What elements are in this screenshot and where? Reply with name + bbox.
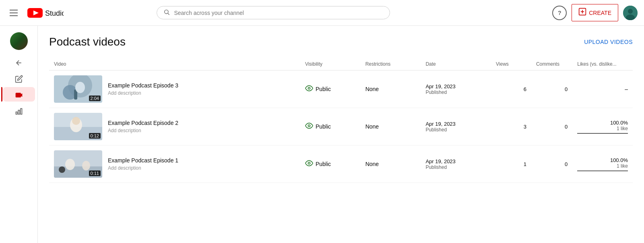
table-row: 0:12 Example Podcast Episode 2 Add descr…: [49, 108, 633, 145]
analytics-icon: [15, 107, 23, 115]
likes-bar: [577, 170, 628, 171]
col-header-restrictions: Restrictions: [361, 58, 421, 71]
video-title: Example Podcast Episode 2: [108, 120, 295, 126]
views-value: 3: [524, 124, 526, 130]
publish-status: Published: [425, 164, 486, 170]
video-table: Video Visibility Restrictions Date Views…: [49, 58, 633, 183]
publish-date: Apr 19, 2023: [425, 121, 486, 127]
avatar[interactable]: [623, 6, 638, 20]
likes-cell-wrapper: 100.0% 1 like: [572, 145, 633, 183]
svg-rect-12: [15, 93, 21, 98]
video-description[interactable]: Add description: [108, 128, 295, 133]
svg-point-33: [308, 162, 310, 164]
video-description[interactable]: Add description: [108, 90, 295, 96]
svg-rect-15: [18, 110, 19, 114]
comments-cell: 0: [531, 71, 572, 108]
svg-point-32: [59, 166, 65, 173]
svg-text:Studio: Studio: [45, 9, 64, 17]
video-title: Example Podcast Episode 1: [108, 157, 295, 164]
date-cell: Apr 19, 2023 Published: [421, 145, 491, 183]
svg-point-21: [75, 82, 85, 93]
views-cell: 1: [491, 145, 531, 183]
top-navigation: Studio ? CREATE: [0, 0, 644, 26]
help-button[interactable]: ?: [552, 6, 567, 20]
views-cell: 3: [491, 108, 531, 145]
video-icon: [15, 91, 23, 99]
table-row: 2:04 Example Podcast Episode 3 Add descr…: [49, 71, 633, 108]
create-plus-icon: [578, 8, 586, 18]
svg-point-3: [165, 10, 168, 14]
visibility-cell: Public: [300, 108, 361, 145]
views-cell: 6: [491, 71, 531, 108]
col-header-visibility: Visibility: [300, 58, 361, 71]
video-thumbnail: 0:11: [54, 150, 102, 178]
sidebar-item-videos[interactable]: [3, 87, 35, 102]
visibility-label: Public: [316, 86, 331, 92]
likes-cell: 100.0% 1 like: [577, 157, 628, 171]
sidebar-item-back[interactable]: [3, 55, 35, 69]
duration-badge: 0:11: [89, 170, 101, 176]
video-thumbnail: 2:04: [54, 75, 102, 103]
eye-icon: [305, 159, 313, 169]
duration-badge: 2:04: [89, 96, 101, 101]
main-content: Podcast videos UPLOAD VIDEOS Video Visib…: [38, 26, 644, 193]
visibility-label: Public: [316, 123, 331, 130]
svg-point-26: [72, 117, 80, 125]
likes-cell-wrapper: 100.0% 1 like: [572, 108, 633, 145]
likes-percentage: 100.0%: [577, 120, 628, 126]
comments-value: 0: [565, 124, 568, 130]
restrictions-cell: None: [361, 108, 421, 145]
visibility-cell: Public: [300, 145, 361, 183]
video-thumbnail: 0:12: [54, 113, 102, 140]
svg-rect-16: [21, 108, 22, 114]
duration-badge: 0:12: [89, 133, 101, 139]
likes-count: 1 like: [577, 126, 628, 131]
views-value: 1: [524, 161, 526, 167]
back-arrow-icon: [15, 59, 23, 67]
publish-status: Published: [425, 127, 486, 133]
col-header-likes: Likes (vs. dislike...: [572, 58, 633, 71]
channel-art[interactable]: [10, 32, 28, 50]
date-cell: Apr 19, 2023 Published: [421, 108, 491, 145]
logo[interactable]: Studio: [27, 6, 64, 19]
video-description[interactable]: Add description: [108, 165, 295, 171]
search-input[interactable]: [174, 10, 383, 16]
search-icon: [163, 9, 170, 17]
sidebar-item-analytics[interactable]: [3, 103, 35, 118]
svg-point-22: [308, 87, 310, 89]
video-cell[interactable]: 0:12 Example Podcast Episode 2 Add descr…: [49, 108, 300, 145]
menu-button[interactable]: [6, 6, 21, 19]
svg-point-30: [65, 159, 75, 170]
likes-percentage: 100.0%: [577, 157, 628, 163]
video-cell[interactable]: 0:11 Example Podcast Episode 1 Add descr…: [49, 145, 300, 183]
page-header: Podcast videos UPLOAD VIDEOS: [49, 35, 633, 48]
svg-point-27: [308, 125, 310, 127]
visibility-cell: Public: [300, 71, 361, 108]
likes-cell: 100.0% 1 like: [577, 120, 628, 134]
create-label: CREATE: [589, 10, 611, 16]
col-header-date: Date: [421, 58, 491, 71]
svg-rect-14: [16, 112, 17, 114]
comments-cell: 0: [531, 108, 572, 145]
table-row: 0:11 Example Podcast Episode 1 Add descr…: [49, 145, 633, 183]
upload-videos-button[interactable]: UPLOAD VIDEOS: [584, 39, 633, 45]
pencil-icon: [15, 75, 23, 83]
restrictions-cell: None: [361, 145, 421, 183]
likes-count: 1 like: [577, 163, 628, 169]
svg-point-31: [82, 161, 90, 170]
nav-right: ? CREATE: [552, 4, 638, 21]
publish-date: Apr 19, 2023: [425, 83, 486, 89]
eye-icon: [305, 84, 313, 94]
col-header-video: Video: [49, 58, 300, 71]
publish-date: Apr 19, 2023: [425, 158, 486, 164]
video-title: Example Podcast Episode 3: [108, 82, 295, 89]
video-cell[interactable]: 2:04 Example Podcast Episode 3 Add descr…: [49, 71, 300, 108]
sidebar: [0, 26, 38, 193]
video-info: Example Podcast Episode 1 Add descriptio…: [108, 157, 295, 171]
youtube-logo-icon: Studio: [27, 6, 64, 19]
sidebar-item-edit[interactable]: [3, 71, 35, 85]
create-button[interactable]: CREATE: [572, 4, 618, 21]
likes-dash: –: [625, 86, 628, 92]
publish-status: Published: [425, 89, 486, 95]
eye-icon: [305, 122, 313, 132]
